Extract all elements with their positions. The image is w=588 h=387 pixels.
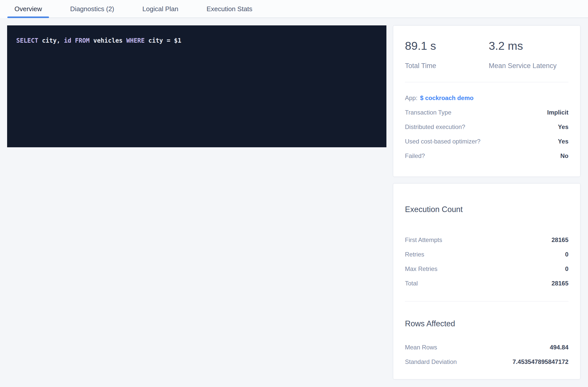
app-label: App: — [405, 94, 417, 102]
tab-overview[interactable]: Overview — [7, 0, 49, 18]
tab-logical-plan[interactable]: Logical Plan — [135, 0, 186, 18]
first-attempts-value: 28165 — [551, 236, 568, 244]
execution-stats-card: Execution Count First Attempts 28165 Ret… — [393, 184, 580, 379]
sql-statement-box: SELECT city, id FROM vehicles WHERE city… — [7, 25, 386, 147]
mean-service-latency-label: Mean Service Latency — [489, 62, 557, 70]
tab-logical-plan-label: Logical Plan — [142, 5, 178, 13]
mean-service-latency-value: 3.2 ms — [489, 39, 557, 53]
max-retries-label: Max Retries — [405, 265, 437, 272]
statement-summary-card: 89.1 s Total Time 3.2 ms Mean Service La… — [393, 26, 580, 176]
execution-count-rows: First Attempts 28165 Retries 0 Max Retri… — [405, 233, 568, 291]
standard-deviation-label: Standard Deviation — [405, 358, 457, 365]
retries-label: Retries — [405, 251, 424, 258]
sql-token: id — [64, 37, 71, 44]
summary-divider — [405, 82, 568, 82]
transaction-type-label: Transaction Type — [405, 109, 451, 116]
tab-diagnostics[interactable]: Diagnostics (2) — [63, 0, 121, 18]
sql-token: vehicles — [90, 37, 126, 44]
first-attempts-row: First Attempts 28165 — [405, 233, 568, 247]
standard-deviation-value: 7.453547895847172 — [513, 358, 568, 365]
retries-value: 0 — [565, 251, 568, 258]
total-time-stat: 89.1 s Total Time — [405, 39, 489, 70]
total-value: 28165 — [551, 280, 568, 287]
first-attempts-label: First Attempts — [405, 236, 442, 244]
summary-stats: 89.1 s Total Time 3.2 ms Mean Service La… — [405, 39, 568, 70]
transaction-type-row: Transaction Type Implicit — [405, 105, 568, 120]
total-time-label: Total Time — [405, 62, 489, 70]
sql-token — [71, 37, 75, 44]
rows-affected-title: Rows Affected — [405, 319, 568, 329]
tab-list: Overview Diagnostics (2) Logical Plan Ex… — [7, 0, 273, 18]
failed-label: Failed? — [405, 152, 425, 159]
rows-affected-rows: Mean Rows 494.84 Standard Deviation 7.45… — [405, 340, 568, 369]
sql-token: WHERE — [126, 37, 145, 44]
transaction-type-value: Implicit — [547, 109, 568, 116]
sql-statement-text: SELECT city, id FROM vehicles WHERE city… — [16, 36, 181, 45]
failed-value: No — [560, 152, 568, 159]
tab-execution-stats-label: Execution Stats — [206, 5, 252, 13]
summary-rows: App: $ cockroach demo Transaction Type I… — [405, 91, 568, 163]
tab-bar: Overview Diagnostics (2) Logical Plan Ex… — [0, 0, 588, 18]
app-link[interactable]: $ cockroach demo — [420, 94, 473, 102]
mean-rows-label: Mean Rows — [405, 344, 437, 351]
sql-token: city = $1 — [145, 37, 182, 44]
total-row: Total 28165 — [405, 276, 568, 291]
retries-row: Retries 0 — [405, 247, 568, 262]
distributed-execution-label: Distributed execution? — [405, 123, 465, 131]
cost-based-optimizer-row: Used cost-based optimizer? Yes — [405, 134, 568, 149]
mean-service-latency-stat: 3.2 ms Mean Service Latency — [489, 39, 557, 70]
execution-count-title: Execution Count — [405, 204, 568, 215]
sql-token: FROM — [75, 37, 90, 44]
sql-token: city, — [38, 37, 64, 44]
tab-overview-label: Overview — [14, 5, 42, 13]
execution-card-divider — [405, 301, 568, 301]
total-time-value: 89.1 s — [405, 39, 489, 53]
failed-row: Failed? No — [405, 149, 568, 163]
mean-rows-row: Mean Rows 494.84 — [405, 340, 568, 354]
active-tab-indicator — [7, 17, 49, 18]
distributed-execution-value: Yes — [558, 123, 568, 131]
max-retries-value: 0 — [565, 265, 568, 272]
tab-execution-stats[interactable]: Execution Stats — [199, 0, 259, 18]
cost-based-optimizer-label: Used cost-based optimizer? — [405, 138, 480, 145]
standard-deviation-row: Standard Deviation 7.453547895847172 — [405, 354, 568, 369]
tab-diagnostics-label: Diagnostics (2) — [70, 5, 114, 13]
sql-token: SELECT — [16, 37, 38, 44]
app-row: App: $ cockroach demo — [405, 91, 568, 105]
distributed-execution-row: Distributed execution? Yes — [405, 120, 568, 134]
total-label: Total — [405, 280, 418, 287]
mean-rows-value: 494.84 — [550, 344, 568, 351]
cost-based-optimizer-value: Yes — [558, 138, 568, 145]
max-retries-row: Max Retries 0 — [405, 262, 568, 276]
